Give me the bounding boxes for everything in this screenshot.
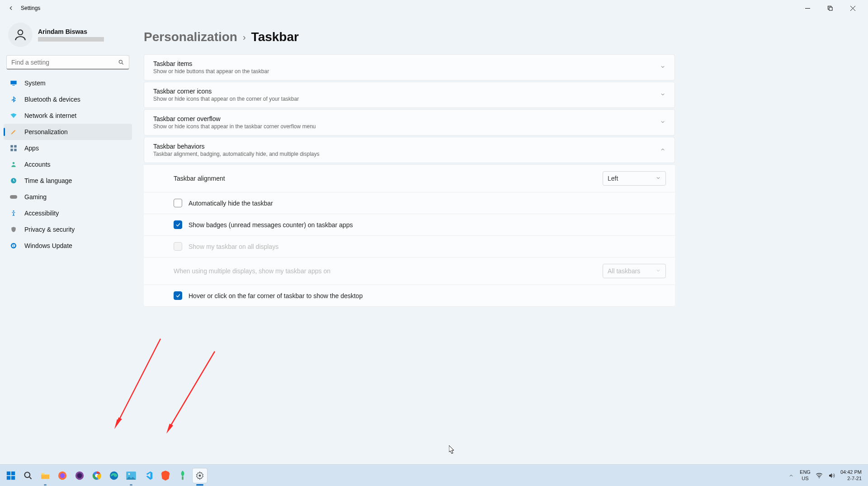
sidebar-item-system[interactable]: System	[4, 75, 132, 91]
photos-button[interactable]	[124, 468, 138, 483]
language-indicator[interactable]: ENGUS	[800, 469, 811, 481]
nav-label: Accessibility	[24, 210, 59, 217]
svg-point-13	[13, 210, 14, 212]
sidebar-item-gaming[interactable]: Gaming	[4, 189, 132, 205]
card-overflow[interactable]: Taskbar corner overflow Show or hide ico…	[144, 109, 675, 136]
badges-label: Show badges (unread messages counter) on…	[189, 221, 353, 229]
tor-button[interactable]	[72, 468, 87, 483]
checkbox-all-displays	[174, 242, 182, 251]
row-hover-corner: Hover or click on the far corner of task…	[144, 285, 675, 307]
content-area: Personalization › Taskbar Taskbar items …	[136, 16, 868, 464]
nav-label: Personalization	[24, 128, 68, 136]
chrome-button[interactable]	[90, 468, 104, 483]
maximize-button[interactable]	[820, 2, 840, 14]
svg-rect-7	[14, 145, 16, 147]
search-input[interactable]	[6, 55, 129, 70]
svg-rect-17	[7, 476, 10, 479]
file-explorer-button[interactable]	[38, 468, 52, 483]
search-field[interactable]	[11, 59, 118, 66]
volume-icon[interactable]	[828, 472, 836, 480]
chevron-down-icon	[660, 91, 665, 99]
apps-icon	[10, 145, 17, 152]
tray-expand-button[interactable]	[787, 472, 795, 480]
close-button[interactable]	[843, 2, 863, 14]
breadcrumb: Personalization › Taskbar	[144, 30, 850, 44]
wifi-icon[interactable]	[815, 472, 823, 480]
nav-label: System	[24, 79, 46, 87]
svg-rect-12	[10, 195, 17, 199]
monitor-icon	[10, 79, 17, 87]
checkbox-badges[interactable]	[174, 220, 182, 229]
nav-label: Apps	[24, 145, 39, 152]
checkbox-hover-corner[interactable]	[174, 291, 182, 300]
taskbar[interactable]: ENGUS 04:42 PM2-7-21	[0, 464, 868, 486]
select-value: All taskbars	[608, 267, 640, 275]
paintbrush-icon	[10, 128, 17, 136]
nav-label: Privacy & security	[24, 226, 75, 233]
clock-icon	[10, 177, 17, 184]
alignment-select[interactable]: Left	[603, 171, 666, 186]
nav-label: Bluetooth & devices	[24, 96, 80, 103]
card-behaviors[interactable]: Taskbar behaviors Taskbar alignment, bad…	[144, 137, 675, 163]
accessibility-icon	[10, 210, 17, 217]
card-taskbar-items[interactable]: Taskbar items Show or hide buttons that …	[144, 54, 675, 80]
row-all-displays: Show my taskbar on all displays	[144, 235, 675, 257]
row-alignment: Taskbar alignment Left	[144, 164, 675, 192]
sidebar-item-accounts[interactable]: Accounts	[4, 156, 132, 173]
sidebar-item-time[interactable]: Time & language	[4, 173, 132, 189]
nav-label: Windows Update	[24, 242, 72, 249]
svg-rect-18	[11, 476, 15, 479]
edge-button[interactable]	[107, 468, 121, 483]
back-button[interactable]	[5, 3, 16, 14]
svg-point-22	[60, 473, 65, 478]
sidebar-item-privacy[interactable]: Privacy & security	[4, 221, 132, 238]
settings-taskbar-button[interactable]	[193, 468, 207, 483]
card-title: Taskbar behaviors	[153, 143, 320, 150]
sidebar-item-network[interactable]: Network & internet	[4, 107, 132, 124]
alignment-label: Taskbar alignment	[174, 175, 225, 182]
sidebar-item-update[interactable]: Windows Update	[4, 238, 132, 254]
svg-point-2	[18, 30, 23, 35]
breadcrumb-parent[interactable]: Personalization	[144, 30, 237, 44]
user-block[interactable]: Arindam Biswas	[3, 21, 133, 55]
card-title: Taskbar corner icons	[153, 88, 299, 95]
chevron-down-icon	[660, 118, 665, 126]
window-controls	[797, 2, 863, 14]
sidebar-item-bluetooth[interactable]: Bluetooth & devices	[4, 91, 132, 107]
card-corner-icons[interactable]: Taskbar corner icons Show or hide icons …	[144, 82, 675, 108]
page-title: Taskbar	[251, 30, 299, 44]
sidebar-item-apps[interactable]: Apps	[4, 140, 132, 156]
chevron-down-icon	[660, 63, 665, 71]
nav-list: System Bluetooth & devices Network & int…	[3, 75, 133, 254]
clock[interactable]: 04:42 PM2-7-21	[840, 469, 864, 481]
search-icon	[118, 59, 124, 65]
all-displays-label: Show my taskbar on all displays	[189, 243, 278, 250]
firefox-button[interactable]	[55, 468, 70, 483]
nav-label: Gaming	[24, 193, 47, 201]
user-name: Arindam Biswas	[38, 28, 104, 35]
brave-button[interactable]	[158, 468, 173, 483]
vscode-button[interactable]	[141, 468, 156, 483]
svg-rect-20	[41, 475, 49, 479]
card-subtitle: Show or hide buttons that appear on the …	[153, 68, 269, 75]
chevron-up-icon	[660, 146, 665, 154]
start-button[interactable]	[4, 468, 18, 483]
multi-displays-label: When using multiple displays, show my ta…	[174, 267, 330, 275]
svg-point-19	[25, 472, 30, 477]
app-green-button[interactable]	[175, 468, 190, 483]
svg-point-3	[119, 60, 122, 63]
sidebar-item-personalization[interactable]: Personalization	[4, 124, 132, 140]
search-taskbar-button[interactable]	[21, 468, 35, 483]
sidebar: Arindam Biswas System Bluetooth & device…	[0, 16, 136, 464]
row-auto-hide: Automatically hide the taskbar	[144, 192, 675, 214]
chevron-right-icon: ›	[243, 32, 246, 42]
svg-point-29	[128, 473, 130, 475]
card-subtitle: Show or hide icons that appear on the co…	[153, 96, 299, 102]
system-tray: ENGUS 04:42 PM2-7-21	[787, 469, 864, 481]
avatar	[8, 23, 33, 47]
svg-rect-9	[14, 149, 16, 151]
sidebar-item-accessibility[interactable]: Accessibility	[4, 205, 132, 221]
checkbox-auto-hide[interactable]	[174, 199, 182, 207]
svg-point-10	[13, 162, 15, 164]
minimize-button[interactable]	[797, 2, 817, 14]
